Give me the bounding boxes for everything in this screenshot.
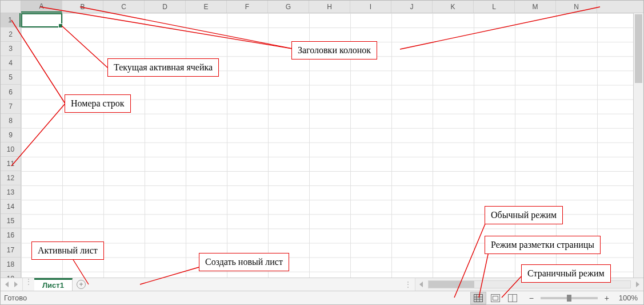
- row-header-13[interactable]: 13: [1, 185, 21, 200]
- column-header-I[interactable]: I: [350, 1, 391, 13]
- row-header-6[interactable]: 6: [1, 85, 21, 99]
- hscroll-left-icon[interactable]: [417, 280, 426, 289]
- column-header-C[interactable]: C: [103, 1, 145, 13]
- page-layout-icon: [491, 294, 500, 302]
- select-all-corner[interactable]: [1, 1, 21, 13]
- hscroll-thumb[interactable]: [429, 281, 474, 288]
- row-header-19[interactable]: 19: [1, 272, 21, 278]
- column-header-M[interactable]: M: [515, 1, 556, 13]
- row-header-12[interactable]: 12: [1, 171, 21, 185]
- sheet-nav-separator: ⋮: [23, 278, 34, 291]
- hscroll-track[interactable]: [428, 280, 631, 288]
- cell-gridlines: [21, 13, 643, 278]
- new-sheet-button[interactable]: +: [73, 278, 90, 291]
- sheet-tab-strip: ⋮ Лист1 + ⋮: [1, 278, 643, 291]
- view-page-break-button[interactable]: [505, 292, 521, 304]
- grid-icon: [474, 294, 483, 302]
- column-header-F[interactable]: F: [227, 1, 268, 13]
- row-headers-column: 1 2 3 4 5 6 7 8 9 10 11 12 13 14 15 16 1…: [1, 13, 21, 278]
- vertical-scrollbar[interactable]: [633, 13, 643, 278]
- row-header-16[interactable]: 16: [1, 228, 21, 243]
- grid-body: 1 2 3 4 5 6 7 8 9 10 11 12 13 14 15 16 1…: [1, 13, 643, 278]
- strip-splitter[interactable]: ⋮: [401, 278, 415, 291]
- page-break-icon: [508, 294, 517, 302]
- row-header-14[interactable]: 14: [1, 200, 21, 214]
- row-header-5[interactable]: 5: [1, 70, 21, 85]
- row-header-8[interactable]: 8: [1, 114, 21, 128]
- zoom-slider[interactable]: [541, 297, 598, 299]
- column-header-B[interactable]: B: [62, 1, 103, 13]
- row-header-1[interactable]: 1: [1, 13, 21, 27]
- row-header-18[interactable]: 18: [1, 258, 21, 272]
- row-header-7[interactable]: 7: [1, 100, 21, 114]
- svg-rect-5: [491, 294, 499, 302]
- vscroll-thumb[interactable]: [635, 14, 642, 83]
- column-header-K[interactable]: K: [433, 1, 474, 13]
- sheet-nav-next-icon[interactable]: [14, 282, 18, 287]
- column-header-E[interactable]: E: [186, 1, 227, 13]
- status-ready-label: Готово: [4, 294, 27, 302]
- sheet-tab-active[interactable]: Лист1: [34, 278, 73, 291]
- column-header-H[interactable]: H: [309, 1, 350, 13]
- column-header-A[interactable]: A: [21, 1, 62, 13]
- row-header-4[interactable]: 4: [1, 56, 21, 70]
- row-header-17[interactable]: 17: [1, 243, 21, 258]
- row-header-9[interactable]: 9: [1, 128, 21, 142]
- column-header-J[interactable]: J: [391, 1, 433, 13]
- row-header-3[interactable]: 3: [1, 42, 21, 56]
- column-header-L[interactable]: L: [474, 1, 515, 13]
- row-header-15[interactable]: 15: [1, 214, 21, 228]
- row-header-2[interactable]: 2: [1, 27, 21, 42]
- cell-area[interactable]: [21, 13, 643, 278]
- plus-circle-icon: +: [77, 280, 86, 289]
- column-headers-row: A B C D E F G H I J K L M N: [1, 1, 643, 13]
- view-normal-button[interactable]: [470, 292, 486, 304]
- sheet-nav-prev-icon[interactable]: [5, 282, 9, 287]
- sheet-tab-label: Лист1: [42, 281, 64, 290]
- sheet-nav-arrows: [1, 278, 23, 291]
- svg-rect-0: [474, 294, 482, 302]
- row-header-11[interactable]: 11: [1, 157, 21, 171]
- column-header-D[interactable]: D: [145, 1, 186, 13]
- status-bar: Готово − +: [1, 291, 643, 304]
- horizontal-scrollbar[interactable]: [415, 278, 643, 291]
- column-header-N[interactable]: N: [556, 1, 597, 13]
- zoom-slider-thumb[interactable]: [567, 295, 571, 302]
- row-header-10[interactable]: 10: [1, 142, 21, 157]
- column-header-G[interactable]: G: [268, 1, 309, 13]
- spreadsheet-window: A B C D E F G H I J K L M N 1 2 3 4 5 6 …: [0, 0, 644, 305]
- svg-rect-6: [493, 296, 498, 300]
- zoom-in-button[interactable]: +: [602, 294, 611, 303]
- view-page-layout-button[interactable]: [487, 292, 503, 304]
- zoom-percent-label[interactable]: 100%: [611, 294, 640, 302]
- zoom-out-button[interactable]: −: [527, 294, 536, 303]
- hscroll-right-icon[interactable]: [633, 280, 642, 289]
